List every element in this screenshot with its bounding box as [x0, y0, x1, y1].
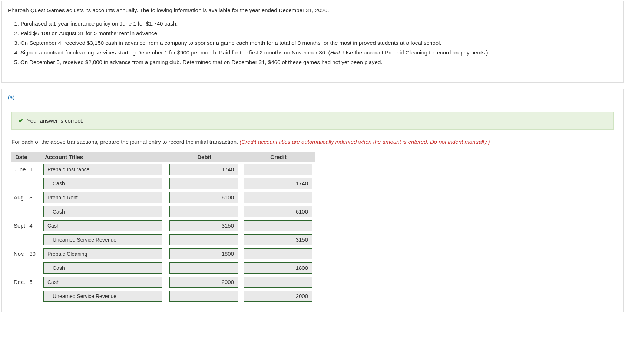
intro-item-5: On December 5, received $2,000 in advanc… — [20, 58, 617, 67]
credit-input[interactable]: . — [244, 277, 312, 288]
feedback-correct: ✔ Your answer is correct. — [11, 112, 614, 130]
debit-input[interactable]: 6100 — [169, 192, 238, 203]
account-title-input[interactable]: Cash — [43, 178, 162, 189]
table-header-row: Date Account Titles Debit Credit — [11, 152, 315, 162]
table-row: June 1Prepaid Insurance1740. — [11, 162, 315, 176]
credit-input[interactable]: 3150 — [244, 234, 312, 245]
part-label: (a) — [8, 94, 14, 100]
date-day: 31 — [28, 194, 36, 201]
journal-table: Date Account Titles Debit Credit June 1P… — [11, 152, 315, 303]
credit-input[interactable]: 1740 — [244, 178, 312, 189]
header-debit: Debit — [167, 152, 241, 162]
debit-cell: 2000 — [167, 275, 241, 289]
feedback-text: Your answer is correct. — [27, 118, 83, 124]
account-title-input[interactable]: Cash — [43, 262, 162, 274]
header-date: Date — [11, 152, 41, 162]
credit-input[interactable]: 2000 — [244, 291, 312, 302]
date-day: 30 — [28, 251, 36, 257]
account-title-input[interactable]: Prepaid Rent — [43, 192, 162, 203]
date-cell — [11, 176, 41, 191]
account-cell: Prepaid Insurance — [41, 162, 167, 176]
credit-cell: 1800 — [241, 261, 315, 275]
debit-input[interactable]: 3150 — [169, 220, 238, 231]
account-cell: Cash — [41, 176, 167, 191]
instruction-red: (Credit account titles are automatically… — [239, 139, 490, 145]
credit-cell: 1740 — [241, 176, 315, 191]
debit-input[interactable]: 2000 — [169, 277, 238, 288]
date-month: June — [14, 166, 28, 172]
debit-cell: . — [167, 176, 241, 191]
debit-cell: 6100 — [167, 191, 241, 205]
table-row: Cash.1740 — [11, 176, 315, 191]
account-cell: Cash — [41, 219, 167, 233]
part-instruction: For each of the above transactions, prep… — [11, 138, 614, 146]
intro-lead: Pharoah Quest Games adjusts its accounts… — [8, 6, 617, 15]
debit-cell: . — [167, 233, 241, 247]
date-cell — [11, 261, 41, 275]
credit-input[interactable]: . — [244, 248, 312, 259]
date-day: 5 — [28, 279, 33, 285]
intro-item-4: Signed a contract for cleaning services … — [20, 48, 617, 57]
credit-input[interactable]: . — [244, 220, 312, 231]
instruction-plain: For each of the above transactions, prep… — [11, 139, 239, 145]
credit-cell: 3150 — [241, 233, 315, 247]
intro-item-4-text: Signed a contract for cleaning services … — [20, 49, 330, 56]
credit-input[interactable]: 6100 — [244, 206, 312, 217]
debit-input[interactable]: . — [169, 234, 238, 245]
problem-statement-panel: Pharoah Quest Games adjusts its accounts… — [1, 1, 624, 83]
date-cell — [11, 205, 41, 219]
intro-item-1: Purchased a 1-year insurance policy on J… — [20, 19, 617, 28]
account-cell: Cash — [41, 261, 167, 275]
account-title-input[interactable]: Cash — [43, 277, 162, 288]
account-title-input[interactable]: Prepaid Insurance — [43, 164, 162, 175]
account-title-input[interactable]: Cash — [43, 206, 162, 217]
debit-input[interactable]: 1800 — [169, 248, 238, 259]
debit-input[interactable]: . — [169, 291, 238, 302]
credit-input[interactable]: . — [244, 164, 312, 175]
intro-item-2: Paid $6,100 on August 31 for 5 months' r… — [20, 29, 617, 38]
credit-input[interactable]: . — [244, 192, 312, 203]
account-title-input[interactable]: Unearned Service Revenue — [43, 291, 162, 302]
table-row: Unearned Service Revenue.3150 — [11, 233, 315, 247]
debit-cell: 3150 — [167, 219, 241, 233]
date-cell — [11, 233, 41, 247]
credit-cell: . — [241, 219, 315, 233]
credit-cell: . — [241, 162, 315, 176]
account-title-input[interactable]: Cash — [43, 220, 162, 231]
intro-list: Purchased a 1-year insurance policy on J… — [20, 19, 617, 67]
date-cell: Sept. 4 — [11, 219, 41, 233]
debit-cell: . — [167, 261, 241, 275]
intro-item-3: On September 4, received $3,150 cash in … — [20, 39, 617, 47]
debit-input[interactable]: . — [169, 178, 238, 189]
table-row: Nov. 30Prepaid Cleaning1800. — [11, 247, 315, 261]
date-month: Nov. — [14, 251, 28, 257]
debit-input[interactable]: . — [169, 262, 238, 274]
account-cell: Unearned Service Revenue — [41, 289, 167, 303]
table-row: Sept. 4Cash3150. — [11, 219, 315, 233]
date-cell: Dec. 5 — [11, 275, 41, 289]
credit-cell: . — [241, 275, 315, 289]
account-cell: Unearned Service Revenue — [41, 233, 167, 247]
part-a-panel: (a) ✔ Your answer is correct. For each o… — [1, 89, 624, 312]
account-title-input[interactable]: Prepaid Cleaning — [43, 248, 162, 259]
credit-input[interactable]: 1800 — [244, 262, 312, 274]
table-row: Cash.6100 — [11, 205, 315, 219]
check-icon: ✔ — [19, 117, 23, 124]
debit-input[interactable]: . — [169, 206, 238, 217]
table-row: Aug. 31Prepaid Rent6100. — [11, 191, 315, 205]
credit-cell: . — [241, 191, 315, 205]
date-cell: Nov. 30 — [11, 247, 41, 261]
debit-cell: 1740 — [167, 162, 241, 176]
account-cell: Prepaid Cleaning — [41, 247, 167, 261]
debit-cell: . — [167, 289, 241, 303]
table-row: Dec. 5Cash2000. — [11, 275, 315, 289]
credit-cell: 6100 — [241, 205, 315, 219]
table-row: Unearned Service Revenue.2000 — [11, 289, 315, 303]
account-cell: Prepaid Rent — [41, 191, 167, 205]
account-cell: Cash — [41, 205, 167, 219]
account-title-input[interactable]: Unearned Service Revenue — [43, 234, 162, 245]
date-cell: Aug. 31 — [11, 191, 41, 205]
date-month: Sept. — [14, 222, 28, 229]
date-cell: June 1 — [11, 162, 41, 176]
debit-input[interactable]: 1740 — [169, 164, 238, 175]
